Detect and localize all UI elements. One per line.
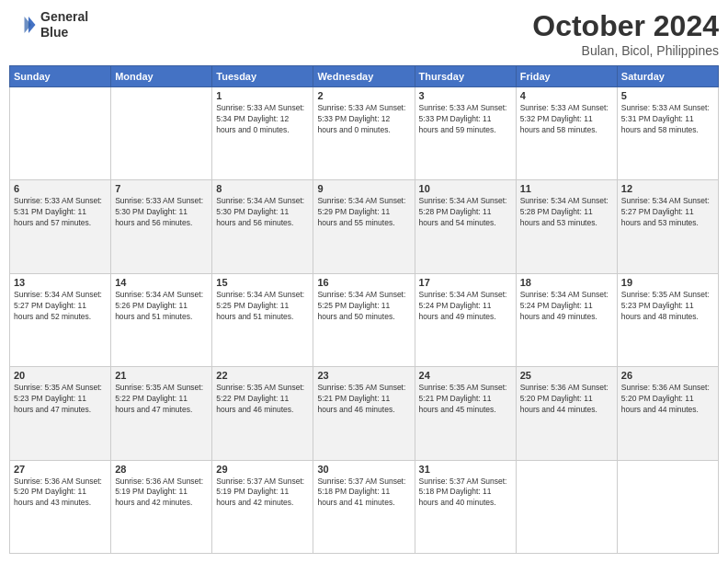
day-number: 19 [621, 277, 714, 288]
day-number: 10 [419, 183, 512, 194]
logo-line2: Blue [40, 25, 88, 40]
calendar-cell: 26Sunrise: 5:36 AM Sunset: 5:20 PM Dayli… [617, 367, 718, 460]
day-number: 31 [419, 464, 512, 475]
weekday-header-friday: Friday [516, 66, 617, 87]
day-number: 26 [621, 370, 714, 381]
calendar-cell: 11Sunrise: 5:34 AM Sunset: 5:28 PM Dayli… [516, 180, 617, 273]
day-number: 14 [115, 277, 208, 288]
calendar-cell: 5Sunrise: 5:33 AM Sunset: 5:31 PM Daylig… [617, 87, 718, 180]
calendar-cell: 6Sunrise: 5:33 AM Sunset: 5:31 PM Daylig… [10, 180, 111, 273]
day-info: Sunrise: 5:34 AM Sunset: 5:30 PM Dayligh… [216, 196, 309, 229]
day-number: 15 [216, 277, 309, 288]
calendar-cell [10, 87, 111, 180]
day-info: Sunrise: 5:35 AM Sunset: 5:23 PM Dayligh… [621, 290, 714, 323]
calendar-week-row: 6Sunrise: 5:33 AM Sunset: 5:31 PM Daylig… [10, 180, 719, 273]
calendar-week-row: 20Sunrise: 5:35 AM Sunset: 5:23 PM Dayli… [10, 367, 719, 460]
logo-icon [9, 11, 37, 39]
calendar-cell: 10Sunrise: 5:34 AM Sunset: 5:28 PM Dayli… [415, 180, 516, 273]
day-info: Sunrise: 5:34 AM Sunset: 5:27 PM Dayligh… [14, 290, 107, 323]
calendar-cell: 22Sunrise: 5:35 AM Sunset: 5:22 PM Dayli… [212, 367, 313, 460]
calendar-cell: 18Sunrise: 5:34 AM Sunset: 5:24 PM Dayli… [516, 273, 617, 366]
day-number: 13 [14, 277, 107, 288]
weekday-header-sunday: Sunday [10, 66, 111, 87]
day-info: Sunrise: 5:35 AM Sunset: 5:22 PM Dayligh… [115, 383, 208, 416]
day-info: Sunrise: 5:34 AM Sunset: 5:29 PM Dayligh… [317, 196, 410, 229]
day-info: Sunrise: 5:34 AM Sunset: 5:27 PM Dayligh… [621, 196, 714, 229]
day-info: Sunrise: 5:36 AM Sunset: 5:19 PM Dayligh… [115, 477, 208, 510]
calendar-cell: 27Sunrise: 5:36 AM Sunset: 5:20 PM Dayli… [10, 460, 111, 553]
day-number: 21 [115, 370, 208, 381]
calendar-cell [111, 87, 212, 180]
page: General Blue October 2024 Bulan, Bicol, … [0, 0, 728, 563]
day-number: 1 [216, 90, 309, 101]
calendar-cell: 3Sunrise: 5:33 AM Sunset: 5:33 PM Daylig… [415, 87, 516, 180]
day-info: Sunrise: 5:34 AM Sunset: 5:24 PM Dayligh… [520, 290, 613, 323]
day-info: Sunrise: 5:34 AM Sunset: 5:24 PM Dayligh… [419, 290, 512, 323]
calendar-cell: 31Sunrise: 5:37 AM Sunset: 5:18 PM Dayli… [415, 460, 516, 553]
weekday-header-thursday: Thursday [415, 66, 516, 87]
day-number: 5 [621, 90, 714, 101]
header: General Blue October 2024 Bulan, Bicol, … [9, 9, 719, 58]
calendar-header: SundayMondayTuesdayWednesdayThursdayFrid… [10, 66, 719, 87]
day-info: Sunrise: 5:36 AM Sunset: 5:20 PM Dayligh… [621, 383, 714, 416]
calendar-cell: 8Sunrise: 5:34 AM Sunset: 5:30 PM Daylig… [212, 180, 313, 273]
day-info: Sunrise: 5:35 AM Sunset: 5:22 PM Dayligh… [216, 383, 309, 416]
day-number: 22 [216, 370, 309, 381]
day-info: Sunrise: 5:34 AM Sunset: 5:25 PM Dayligh… [317, 290, 410, 323]
day-number: 2 [317, 90, 410, 101]
day-number: 29 [216, 464, 309, 475]
day-info: Sunrise: 5:33 AM Sunset: 5:33 PM Dayligh… [419, 103, 512, 136]
day-info: Sunrise: 5:34 AM Sunset: 5:28 PM Dayligh… [419, 196, 512, 229]
day-info: Sunrise: 5:37 AM Sunset: 5:19 PM Dayligh… [216, 477, 309, 510]
calendar-cell [617, 460, 718, 553]
day-number: 4 [520, 90, 613, 101]
day-info: Sunrise: 5:34 AM Sunset: 5:28 PM Dayligh… [520, 196, 613, 229]
day-number: 24 [419, 370, 512, 381]
calendar-cell: 13Sunrise: 5:34 AM Sunset: 5:27 PM Dayli… [10, 273, 111, 366]
day-number: 17 [419, 277, 512, 288]
calendar-cell: 15Sunrise: 5:34 AM Sunset: 5:25 PM Dayli… [212, 273, 313, 366]
day-number: 23 [317, 370, 410, 381]
calendar-cell: 29Sunrise: 5:37 AM Sunset: 5:19 PM Dayli… [212, 460, 313, 553]
calendar-cell: 25Sunrise: 5:36 AM Sunset: 5:20 PM Dayli… [516, 367, 617, 460]
calendar-cell: 21Sunrise: 5:35 AM Sunset: 5:22 PM Dayli… [111, 367, 212, 460]
calendar-cell: 23Sunrise: 5:35 AM Sunset: 5:21 PM Dayli… [313, 367, 415, 460]
calendar-cell: 2Sunrise: 5:33 AM Sunset: 5:33 PM Daylig… [313, 87, 415, 180]
calendar-cell: 24Sunrise: 5:35 AM Sunset: 5:21 PM Dayli… [415, 367, 516, 460]
calendar-cell: 28Sunrise: 5:36 AM Sunset: 5:19 PM Dayli… [111, 460, 212, 553]
calendar-cell: 14Sunrise: 5:34 AM Sunset: 5:26 PM Dayli… [111, 273, 212, 366]
day-info: Sunrise: 5:37 AM Sunset: 5:18 PM Dayligh… [419, 477, 512, 510]
calendar-week-row: 27Sunrise: 5:36 AM Sunset: 5:20 PM Dayli… [10, 460, 719, 553]
day-number: 25 [520, 370, 613, 381]
day-number: 18 [520, 277, 613, 288]
day-info: Sunrise: 5:33 AM Sunset: 5:31 PM Dayligh… [14, 196, 107, 229]
day-number: 28 [115, 464, 208, 475]
day-info: Sunrise: 5:37 AM Sunset: 5:18 PM Dayligh… [317, 477, 410, 510]
day-number: 3 [419, 90, 512, 101]
logo: General Blue [9, 9, 88, 40]
calendar-cell [516, 460, 617, 553]
calendar-week-row: 13Sunrise: 5:34 AM Sunset: 5:27 PM Dayli… [10, 273, 719, 366]
day-info: Sunrise: 5:33 AM Sunset: 5:31 PM Dayligh… [621, 103, 714, 136]
day-info: Sunrise: 5:35 AM Sunset: 5:21 PM Dayligh… [317, 383, 410, 416]
weekday-header-saturday: Saturday [617, 66, 718, 87]
day-number: 27 [14, 464, 107, 475]
day-number: 11 [520, 183, 613, 194]
day-number: 12 [621, 183, 714, 194]
calendar-cell: 9Sunrise: 5:34 AM Sunset: 5:29 PM Daylig… [313, 180, 415, 273]
calendar-cell: 30Sunrise: 5:37 AM Sunset: 5:18 PM Dayli… [313, 460, 415, 553]
calendar-cell: 19Sunrise: 5:35 AM Sunset: 5:23 PM Dayli… [617, 273, 718, 366]
location-subtitle: Bulan, Bicol, Philippines [532, 43, 719, 58]
day-info: Sunrise: 5:34 AM Sunset: 5:25 PM Dayligh… [216, 290, 309, 323]
calendar-week-row: 1Sunrise: 5:33 AM Sunset: 5:34 PM Daylig… [10, 87, 719, 180]
calendar-cell: 12Sunrise: 5:34 AM Sunset: 5:27 PM Dayli… [617, 180, 718, 273]
day-info: Sunrise: 5:36 AM Sunset: 5:20 PM Dayligh… [520, 383, 613, 416]
title-area: October 2024 Bulan, Bicol, Philippines [532, 9, 719, 58]
calendar-cell: 1Sunrise: 5:33 AM Sunset: 5:34 PM Daylig… [212, 87, 313, 180]
weekday-header-row: SundayMondayTuesdayWednesdayThursdayFrid… [10, 66, 719, 87]
day-info: Sunrise: 5:35 AM Sunset: 5:21 PM Dayligh… [419, 383, 512, 416]
day-number: 9 [317, 183, 410, 194]
calendar-cell: 20Sunrise: 5:35 AM Sunset: 5:23 PM Dayli… [10, 367, 111, 460]
day-number: 20 [14, 370, 107, 381]
logo-text: General Blue [40, 9, 88, 40]
